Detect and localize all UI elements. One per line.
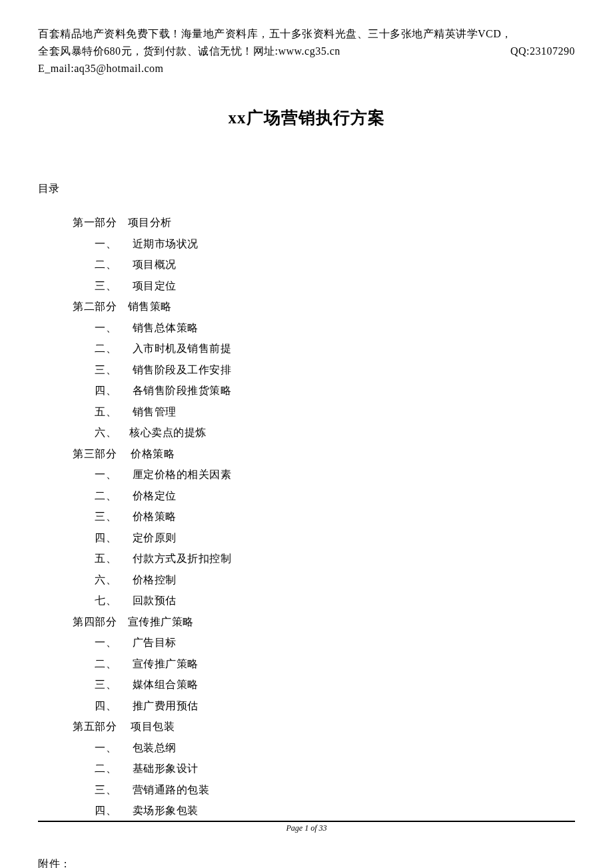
toc-item: 一、 销售总体策略 (95, 317, 575, 339)
toc-item-text: 基础形象设计 (129, 763, 199, 774)
toc-item-text: 定价原则 (129, 532, 177, 543)
toc-item: 四、 各销售阶段推货策略 (95, 380, 575, 401)
toc-item-num: 一、 (95, 464, 129, 485)
toc-item-num: 三、 (95, 779, 129, 801)
header-line-2-right: QQ:23107290 (510, 43, 575, 60)
toc-item: 二、 入市时机及销售前提 (95, 338, 575, 359)
toc-item: 三、 价格策略 (95, 506, 575, 527)
toc-item: 一、 厘定价格的相关因素 (95, 464, 575, 485)
toc-item-num: 二、 (95, 653, 129, 675)
toc-item: 一、 广告目标 (95, 632, 575, 653)
header-line-1: 百套精品地产资料免费下载！海量地产资料库，五十多张资料光盘、三十多张地产精英讲学… (38, 25, 575, 43)
toc-item-num: 二、 (95, 338, 129, 359)
toc-item-text: 媒体组合策略 (129, 679, 199, 690)
toc-item-text: 价格定位 (129, 490, 177, 501)
toc-item-num: 六、 (95, 569, 129, 591)
page-footer: Page 1 of 33 (38, 821, 575, 833)
toc-item: 四、 定价原则 (95, 527, 575, 549)
toc-item-text: 宣传推广策略 (129, 658, 199, 669)
toc-item-text: 卖场形象包装 (129, 805, 199, 816)
toc-item: 三、 媒体组合策略 (95, 674, 575, 695)
toc-item-text: 营销通路的包装 (129, 784, 209, 795)
attachment-heading: 附件： (38, 855, 575, 869)
toc-item: 一、 近期市场状况 (95, 233, 575, 255)
toc-item-text: 入市时机及销售前提 (129, 343, 231, 354)
toc-item: 四、 卖场形象包装 (95, 800, 575, 821)
toc-item: 二、 基础形象设计 (95, 758, 575, 779)
header-line-2-left: 全套风暴特价680元，货到付款、诚信无忧！网址:www.cg35.cn (38, 43, 340, 60)
toc-item-num: 二、 (95, 485, 129, 507)
toc-part: 第二部分 销售策略 (73, 296, 575, 317)
toc-item-text: 销售阶段及工作安排 (129, 364, 231, 375)
toc-item-num: 五、 (95, 401, 129, 423)
header-line-2: 全套风暴特价680元，货到付款、诚信无忧！网址:www.cg35.cn QQ:2… (38, 43, 575, 60)
toc-item-text: 广告目标 (129, 637, 177, 648)
toc-item-num: 三、 (95, 506, 129, 527)
toc-item-text: 价格控制 (129, 574, 177, 585)
toc-item-text: 项目概况 (129, 259, 177, 270)
toc-item-text: 厘定价格的相关因素 (129, 469, 231, 480)
toc-item-num: 四、 (95, 800, 129, 821)
toc-item-num: 一、 (95, 317, 129, 339)
toc-item: 二、 价格定位 (95, 485, 575, 507)
document-title: xx广场营销执行方案 (38, 107, 575, 129)
attachment-section: 附件： 一、媒体投放计划及费用安排 二、价目表 (38, 855, 575, 869)
toc-heading: 目录 (38, 182, 575, 196)
toc-item-num: 一、 (95, 737, 129, 759)
toc-item: 一、 包装总纲 (95, 737, 575, 759)
toc-item: 四、 推广费用预估 (95, 695, 575, 717)
toc-item-text: 回款预估 (129, 595, 177, 606)
toc-item-num: 六、 (95, 422, 129, 443)
toc-item-num: 二、 (95, 254, 129, 275)
toc-item-text: 各销售阶段推货策略 (129, 385, 231, 396)
toc-part: 第一部分 项目分析 (73, 212, 575, 233)
toc-item-num: 三、 (95, 359, 129, 381)
toc-part: 第五部分 项目包装 (73, 716, 575, 737)
toc-item: 三、 营销通路的包装 (95, 779, 575, 801)
toc-item: 五、 付款方式及折扣控制 (95, 548, 575, 569)
toc-item: 二、 宣传推广策略 (95, 653, 575, 675)
toc-item-text: 包装总纲 (129, 742, 177, 753)
toc-item-num: 七、 (95, 590, 129, 611)
toc-item-text: 价格策略 (129, 511, 177, 522)
toc-item-num: 一、 (95, 632, 129, 653)
toc-item-num: 二、 (95, 758, 129, 779)
toc-item-num: 一、 (95, 233, 129, 255)
toc-item: 五、 销售管理 (95, 401, 575, 423)
toc-item-num: 五、 (95, 548, 129, 569)
toc-item: 六、核心卖点的提炼 (95, 422, 575, 443)
toc-item-num: 三、 (95, 275, 129, 297)
toc-item: 六、 价格控制 (95, 569, 575, 591)
toc-item-text: 推广费用预估 (129, 700, 199, 711)
toc-item: 二、 项目概况 (95, 254, 575, 275)
toc-item-text: 销售总体策略 (129, 322, 199, 333)
toc-item-num: 三、 (95, 674, 129, 695)
toc-item-num: 四、 (95, 527, 129, 549)
toc-item-text: 项目定位 (129, 280, 177, 291)
toc-item-text: 付款方式及折扣控制 (129, 553, 231, 564)
document-header: 百套精品地产资料免费下载！海量地产资料库，五十多张资料光盘、三十多张地产精英讲学… (38, 25, 575, 77)
page-number: Page 1 of 33 (287, 823, 327, 833)
table-of-contents: 第一部分 项目分析 一、 近期市场状况 二、 项目概况 三、 项目定位 第二部分… (38, 212, 575, 821)
toc-item: 三、 销售阶段及工作安排 (95, 359, 575, 381)
toc-part: 第四部分 宣传推广策略 (73, 611, 575, 633)
toc-item-text: 核心卖点的提炼 (129, 427, 207, 438)
toc-part: 第三部分 价格策略 (73, 443, 575, 465)
header-line-3: E_mail:aq35@hotmail.com (38, 60, 575, 77)
toc-item: 三、 项目定位 (95, 275, 575, 297)
toc-item-text: 近期市场状况 (129, 238, 199, 249)
toc-item: 七、 回款预估 (95, 590, 575, 611)
toc-item-num: 四、 (95, 695, 129, 717)
toc-item-num: 四、 (95, 380, 129, 401)
toc-item-text: 销售管理 (129, 406, 177, 417)
